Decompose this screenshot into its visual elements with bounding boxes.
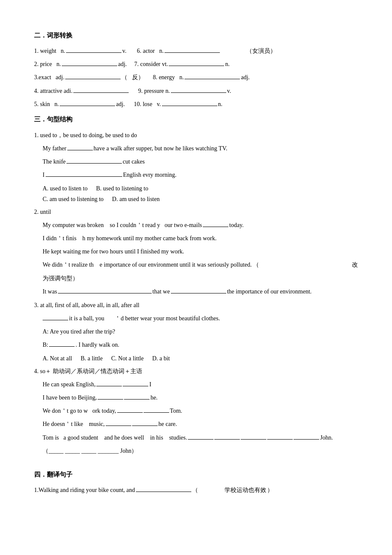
item4-blank1[interactable] — [73, 86, 129, 93]
section-4: 四．翻译句子 1.Walking and riding your bike co… — [34, 469, 358, 495]
so-blank5b[interactable] — [214, 433, 240, 440]
emphasis-before: It was — [43, 286, 57, 297]
so-blank3b[interactable] — [144, 406, 169, 413]
word-transform-row-4: 4. attractive adi. 9. pressure n. v. — [34, 86, 358, 96]
until-l2-text: I didn＇t finis h my homework until my mo… — [43, 233, 216, 244]
item5-left: 5. skin n. — [34, 99, 59, 109]
so-l1-after: I — [149, 379, 151, 390]
so-blank5a[interactable] — [188, 433, 213, 440]
so-l5-after: John. — [320, 432, 333, 443]
used-to-blank1[interactable] — [67, 144, 93, 150]
emphasis-note-text: 为强调句型） — [43, 273, 78, 284]
until-line1: My computer was broken so I couldn＇t rea… — [43, 220, 358, 230]
item1-blank1[interactable] — [66, 46, 121, 53]
so-blank5c[interactable] — [241, 433, 266, 440]
so-blank2a[interactable] — [98, 393, 123, 400]
emphasis-blank1[interactable] — [58, 287, 152, 293]
until-l3-text: He kept waiting me for two hours until I… — [43, 246, 184, 257]
subsection-until: 2. until My computer was broken so I cou… — [34, 206, 358, 297]
at-all-blank2[interactable] — [49, 340, 75, 347]
so-l3-after: Tom. — [170, 405, 182, 416]
so-blank3a[interactable] — [117, 406, 143, 413]
word-transform-row-2: 2. price n. adj. 7. consider vt. n. — [34, 59, 358, 69]
section-2-title: 二．词形转换 — [34, 30, 358, 41]
section-3: 三．句型结构 1. used to，be used to doing, be u… — [34, 114, 358, 456]
item3-mid1: （ 反） 8. energy n. — [121, 72, 184, 83]
used-to-blank3[interactable] — [46, 170, 122, 177]
used-to-line2: The knife cut cakes — [43, 156, 358, 167]
section-2: 二．词形转换 1. weight n. v. 6. actor n. （女演员）… — [34, 30, 358, 109]
so-blank5e[interactable] — [294, 433, 319, 440]
so-blank1b[interactable] — [123, 380, 148, 386]
emphasis-blank2[interactable] — [171, 287, 226, 293]
until-l4-text: We didn＇t realize th e importance of our… — [43, 259, 259, 270]
used-to-l2-after: cut cakes — [123, 156, 145, 167]
until-emphasis-line: It was that we the importance of our env… — [43, 286, 358, 297]
trans1-before: 1.Walking and riding your bike count, an… — [34, 485, 135, 495]
subsection-so: 4. so＋ 助动词／系动词／情态动词＋主语 He can speak Engl… — [34, 365, 358, 456]
section-3-title: 三．句型结构 — [34, 114, 358, 125]
item1-right: （女演员） — [246, 46, 276, 56]
at-all-header: 3. at all, first of all, above all, in a… — [34, 299, 358, 311]
subsection-at-all: 3. at all, first of all, above all, in a… — [34, 299, 358, 364]
until-l4-suffix: 改 — [352, 259, 358, 270]
used-to-l1-after: have a walk after supper, but now he lik… — [94, 143, 228, 154]
item3-blank2[interactable] — [184, 72, 240, 79]
item2-blank1[interactable] — [62, 59, 117, 66]
word-transform-row-5: 5. skin n. adj. 10. lose v. n. — [34, 99, 358, 109]
until-l1-text: My computer was broken so I couldn＇t rea… — [43, 220, 202, 230]
so-line1: He can speak English, I — [43, 379, 358, 390]
so-blank4a[interactable] — [106, 419, 131, 426]
item2-right: n. — [225, 59, 230, 69]
trans1-blank[interactable] — [136, 485, 191, 492]
so-blank2b[interactable] — [124, 393, 150, 400]
used-to-blank2[interactable] — [66, 157, 122, 164]
item3-left: 3.exact adj. — [34, 72, 64, 83]
so-line6: （_____ _____ _____ _______ John） — [43, 446, 358, 456]
until-blank1[interactable] — [203, 220, 228, 227]
so-line5: Tom is a good student and he does well i… — [43, 432, 358, 443]
option-a-little: B. a little — [81, 353, 103, 364]
item3-blank1[interactable] — [65, 72, 121, 79]
item2-mid1: adj. 7. consider vt. — [118, 59, 168, 69]
emphasis-after: the importance of our environment. — [227, 286, 312, 297]
item4-blank2[interactable] — [171, 86, 226, 93]
item5-blank1[interactable] — [60, 99, 115, 106]
option-C: C. am used to listening to — [43, 194, 104, 204]
until-header: 2. until — [34, 206, 358, 218]
item4-mid1: 9. pressure n. — [138, 86, 170, 96]
emphasis-mid: that we — [153, 286, 170, 297]
so-blank5d[interactable] — [267, 433, 293, 440]
at-all-l2-text: A: Are you tired after the trip? — [43, 326, 115, 337]
item1-blank2[interactable] — [164, 46, 220, 53]
until-line4: We didn＇t realize th e importance of our… — [43, 259, 358, 270]
item2-blank2[interactable] — [169, 59, 224, 66]
trans1-paren: （ — [192, 485, 198, 495]
option-D: D. am used to listen — [112, 194, 160, 204]
trans1-hint: 学校运动也有效 — [225, 485, 266, 495]
item4-right: v. — [227, 86, 231, 96]
at-all-l3-after: . I hardly walk on. — [75, 339, 119, 350]
used-to-options-ab: A. used to listen to B. used to listenin… — [43, 183, 358, 194]
used-to-line1: My father have a walk after supper, but … — [43, 143, 358, 154]
so-blank4b[interactable] — [132, 419, 158, 426]
item1-mid1: v. 6. actor n. — [122, 46, 164, 56]
at-all-line2: A: Are you tired after the trip? — [43, 326, 358, 337]
at-all-options: A. Not at all B. a little C. Not a littl… — [43, 353, 358, 364]
used-to-line3: I English evry morning. — [43, 170, 358, 180]
so-blank1a[interactable] — [96, 380, 122, 386]
item5-right: n. — [218, 99, 223, 109]
until-l1-after: today. — [229, 220, 244, 230]
at-all-blank1[interactable] — [43, 313, 68, 320]
item5-blank2[interactable] — [162, 99, 217, 106]
so-header: 4. so＋ 助动词／系动词／情态动词＋主语 — [34, 365, 358, 377]
so-l4-before: He doesn＇t like music, — [43, 419, 105, 429]
item1-left: 1. weight n. — [34, 46, 65, 56]
so-l6-text: （_____ _____ _____ _______ John） — [43, 446, 137, 456]
used-to-l1-before: My father — [43, 143, 66, 154]
item2-left: 2. price n. — [34, 59, 61, 69]
item4-left: 4. attractive adi. — [34, 86, 72, 96]
subsection-used-to: 1. used to，be used to doing, be used to … — [34, 129, 358, 204]
so-line4: He doesn＇t like music, he care. — [43, 419, 358, 429]
at-all-l1-text: it is a ball, you ＇d better wear your mo… — [69, 313, 220, 324]
